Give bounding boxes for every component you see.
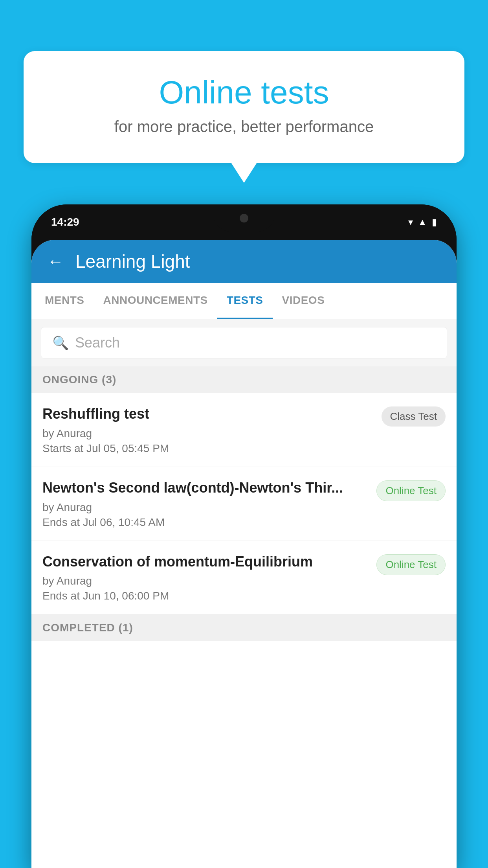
phone-notch [213,204,275,232]
battery-icon: ▮ [432,217,437,228]
test-info-3: Conservation of momentum-Equilibrium by … [42,553,369,603]
search-icon: 🔍 [52,335,69,351]
test-item-1[interactable]: Reshuffling test by Anurag Starts at Jul… [31,393,457,467]
camera [240,214,248,223]
test-author-3: by Anurag [42,575,369,587]
signal-icon: ▲ [418,217,427,228]
tab-ments[interactable]: MENTS [35,283,94,319]
tab-tests[interactable]: TESTS [217,283,273,319]
test-title-3: Conservation of momentum-Equilibrium [42,553,369,571]
test-title-2: Newton's Second law(contd)-Newton's Thir… [42,479,369,497]
status-time: 14:29 [51,216,79,228]
completed-section-header: COMPLETED (1) [31,614,457,641]
app-bar: ← Learning Light [31,240,457,283]
speech-bubble-container: Online tests for more practice, better p… [24,51,464,163]
test-info-2: Newton's Second law(contd)-Newton's Thir… [42,479,369,529]
phone-frame: 14:29 ▾ ▲ ▮ ← Learning Light MENTS ANNOU… [31,204,457,868]
test-badge-1: Class Test [382,406,446,427]
bubble-subtitle: for more practice, better performance [55,118,433,136]
status-bar: 14:29 ▾ ▲ ▮ [31,204,457,240]
test-date-3: Ends at Jun 10, 06:00 PM [42,590,369,602]
search-placeholder: Search [75,335,120,351]
app-content: ← Learning Light MENTS ANNOUNCEMENTS TES… [31,240,457,868]
test-list: Reshuffling test by Anurag Starts at Jul… [31,393,457,868]
test-item-2[interactable]: Newton's Second law(contd)-Newton's Thir… [31,467,457,541]
search-container: 🔍 Search [31,319,457,366]
app-bar-title: Learning Light [75,251,190,272]
speech-bubble: Online tests for more practice, better p… [24,51,464,163]
test-item-3[interactable]: Conservation of momentum-Equilibrium by … [31,541,457,615]
test-badge-3: Online Test [376,554,446,575]
test-date-2: Ends at Jul 06, 10:45 AM [42,516,369,529]
test-info-1: Reshuffling test by Anurag Starts at Jul… [42,405,374,455]
status-icons: ▾ ▲ ▮ [408,217,437,228]
search-bar[interactable]: 🔍 Search [41,327,447,359]
test-badge-2: Online Test [376,480,446,501]
test-date-1: Starts at Jul 05, 05:45 PM [42,442,374,455]
wifi-icon: ▾ [408,217,413,228]
test-title-1: Reshuffling test [42,405,374,423]
tab-videos[interactable]: VIDEOS [273,283,334,319]
tab-announcements[interactable]: ANNOUNCEMENTS [94,283,217,319]
test-author-2: by Anurag [42,501,369,514]
test-author-1: by Anurag [42,427,374,440]
bubble-title: Online tests [55,75,433,110]
ongoing-section-header: ONGOING (3) [31,366,457,393]
back-button[interactable]: ← [47,252,64,271]
tabs-bar: MENTS ANNOUNCEMENTS TESTS VIDEOS [31,283,457,319]
